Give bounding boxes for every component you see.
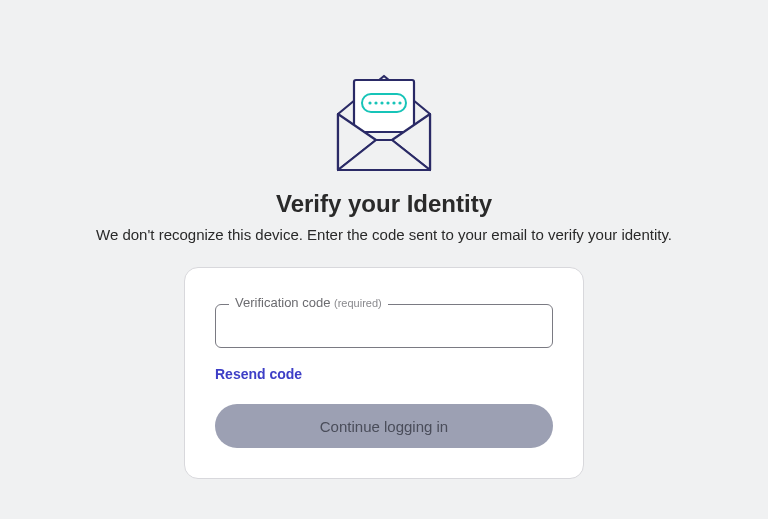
page-title: Verify your Identity (276, 190, 492, 218)
code-required-text: (required) (334, 297, 382, 309)
code-field-wrap: Verification code (required) (215, 304, 553, 348)
svg-point-5 (386, 101, 389, 104)
svg-point-3 (374, 101, 377, 104)
envelope-code-icon (324, 58, 444, 178)
code-label-text: Verification code (235, 295, 330, 310)
page-subtitle: We don't recognize this device. Enter th… (96, 226, 672, 243)
svg-point-6 (392, 101, 395, 104)
resend-code-link[interactable]: Resend code (215, 366, 553, 382)
continue-button[interactable]: Continue logging in (215, 404, 553, 448)
svg-point-7 (398, 101, 401, 104)
code-label: Verification code (required) (229, 295, 388, 310)
verification-card: Verification code (required) Resend code… (184, 267, 584, 479)
svg-point-4 (380, 101, 383, 104)
verification-code-input[interactable] (215, 304, 553, 348)
svg-point-2 (368, 101, 371, 104)
